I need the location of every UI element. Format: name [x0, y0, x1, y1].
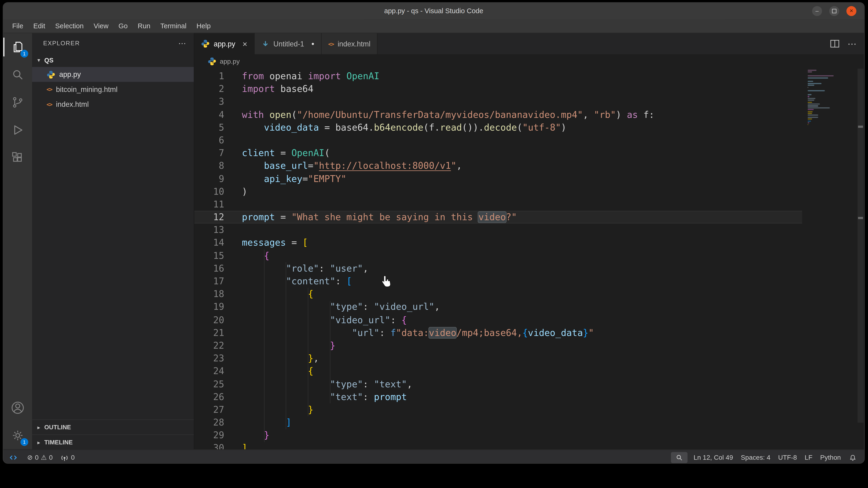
- line-number[interactable]: 15: [194, 250, 224, 262]
- code-line[interactable]: 22 }: [194, 339, 802, 352]
- line-number[interactable]: 30: [194, 442, 224, 449]
- eol-sequence[interactable]: LF: [801, 450, 816, 464]
- code-line[interactable]: 16 "role": "user",: [194, 262, 802, 275]
- code-line[interactable]: 11: [194, 198, 802, 211]
- code-area[interactable]: 1from openai import OpenAI2import base64…: [194, 69, 802, 449]
- line-number[interactable]: 9: [194, 172, 224, 185]
- encoding[interactable]: UTF-8: [774, 450, 801, 464]
- cursor-position[interactable]: Ln 12, Col 49: [690, 450, 737, 464]
- folder-section-qs[interactable]: ▾ QS: [32, 53, 194, 67]
- close-button[interactable]: ×: [846, 6, 856, 16]
- menu-help[interactable]: Help: [192, 20, 215, 31]
- file-item-app-py[interactable]: app.py: [32, 67, 194, 82]
- line-number[interactable]: 23: [194, 352, 224, 365]
- line-number[interactable]: 29: [194, 429, 224, 442]
- line-number[interactable]: 27: [194, 403, 224, 416]
- code-line[interactable]: 4with open("/home/Ubuntu/TransferData/my…: [194, 108, 802, 121]
- code-line[interactable]: 17 "content": [: [194, 275, 802, 288]
- tab-app-py[interactable]: app.py×: [194, 33, 254, 54]
- line-number[interactable]: 11: [194, 198, 224, 211]
- source-control-icon[interactable]: [3, 89, 32, 116]
- line-number[interactable]: 3: [194, 96, 224, 108]
- line-number[interactable]: 16: [194, 262, 224, 275]
- modified-dot-icon[interactable]: ●: [311, 41, 314, 46]
- problems-indicator[interactable]: ⊘ 0 ⚠ 0: [23, 450, 57, 464]
- settings-gear-icon[interactable]: 1: [3, 422, 32, 449]
- line-number[interactable]: 19: [194, 300, 224, 313]
- line-number[interactable]: 26: [194, 390, 224, 403]
- timeline-section[interactable]: ▸ TIMELINE: [32, 434, 194, 449]
- line-number[interactable]: 20: [194, 314, 224, 326]
- code-line[interactable]: 3: [194, 96, 802, 108]
- line-number[interactable]: 17: [194, 275, 224, 288]
- code-line[interactable]: 28 ]: [194, 416, 802, 429]
- line-number[interactable]: 6: [194, 134, 224, 147]
- code-line[interactable]: 21 "url": f"data:video/mp4;base64,{video…: [194, 326, 802, 339]
- language-mode[interactable]: Python: [816, 450, 845, 464]
- indentation[interactable]: Spaces: 4: [737, 450, 774, 464]
- code-line[interactable]: 15 {: [194, 250, 802, 262]
- minimize-button[interactable]: –: [812, 6, 822, 16]
- extensions-icon[interactable]: [3, 144, 32, 171]
- menu-file[interactable]: File: [8, 20, 28, 31]
- run-debug-icon[interactable]: [3, 116, 32, 144]
- line-number[interactable]: 24: [194, 365, 224, 378]
- zoom-indicator[interactable]: [671, 452, 687, 463]
- line-number[interactable]: 8: [194, 160, 224, 172]
- line-number[interactable]: 14: [194, 236, 224, 249]
- code-line[interactable]: 8 base_url="http://localhost:8000/v1",: [194, 160, 802, 172]
- code-line[interactable]: 12prompt = "What she might be saying in …: [194, 211, 802, 224]
- scrollbar-slider[interactable]: [857, 69, 864, 423]
- line-number[interactable]: 10: [194, 185, 224, 198]
- breadcrumb[interactable]: app.py: [194, 54, 864, 69]
- code-line[interactable]: 7client = OpenAI(: [194, 147, 802, 159]
- line-number[interactable]: 22: [194, 339, 224, 352]
- menu-run[interactable]: Run: [133, 20, 155, 31]
- line-number[interactable]: 21: [194, 326, 224, 339]
- outline-section[interactable]: ▸ OUTLINE: [32, 419, 194, 434]
- code-line[interactable]: 24 {: [194, 365, 802, 378]
- editor-scrollbar[interactable]: [857, 69, 864, 449]
- code-line[interactable]: 13: [194, 224, 802, 236]
- line-number[interactable]: 25: [194, 378, 224, 390]
- line-number[interactable]: 7: [194, 147, 224, 159]
- menu-go[interactable]: Go: [114, 20, 132, 31]
- line-number[interactable]: 4: [194, 108, 224, 121]
- code-line[interactable]: 1from openai import OpenAI: [194, 70, 802, 83]
- code-line[interactable]: 2import base64: [194, 83, 802, 95]
- menu-terminal[interactable]: Terminal: [156, 20, 191, 31]
- explorer-icon[interactable]: 1: [3, 33, 32, 61]
- line-number[interactable]: 2: [194, 83, 224, 95]
- line-number[interactable]: 18: [194, 288, 224, 300]
- code-line[interactable]: 10): [194, 185, 802, 198]
- split-editor-icon[interactable]: [830, 39, 840, 48]
- code-line[interactable]: 27 }: [194, 403, 802, 416]
- file-item-bitcoin-mining-html[interactable]: <>bitcoin_mining.html: [32, 82, 194, 97]
- line-number[interactable]: 5: [194, 121, 224, 134]
- menu-view[interactable]: View: [89, 20, 113, 31]
- code-line[interactable]: 6: [194, 134, 802, 147]
- code-line[interactable]: 20 "video_url": {: [194, 314, 802, 326]
- code-line[interactable]: 25 "type": "text",: [194, 378, 802, 390]
- line-number[interactable]: 28: [194, 416, 224, 429]
- code-line[interactable]: 30]: [194, 442, 802, 449]
- file-item-index-html[interactable]: <>index.html: [32, 97, 194, 112]
- maximize-button[interactable]: [829, 6, 839, 16]
- tab-index-html[interactable]: <>index.html: [321, 33, 378, 54]
- code-line[interactable]: 23 },: [194, 352, 802, 365]
- code-line[interactable]: 18 {: [194, 288, 802, 300]
- more-actions-icon[interactable]: ⋯: [847, 38, 857, 49]
- close-tab-icon[interactable]: ×: [243, 39, 247, 48]
- line-number[interactable]: 12: [194, 211, 224, 224]
- minimap[interactable]: [808, 70, 857, 126]
- code-line[interactable]: 26 "text": prompt: [194, 390, 802, 403]
- search-icon[interactable]: [3, 61, 32, 88]
- remote-indicator[interactable]: [3, 450, 23, 464]
- code-line[interactable]: 5 video_data = base64.b64encode(f.read()…: [194, 121, 802, 134]
- notifications-bell-icon[interactable]: [845, 450, 861, 464]
- line-number[interactable]: 1: [194, 70, 224, 83]
- ports-indicator[interactable]: 0: [57, 450, 79, 464]
- menu-edit[interactable]: Edit: [29, 20, 50, 31]
- code-line[interactable]: 9 api_key="EMPTY": [194, 172, 802, 185]
- code-line[interactable]: 29 }: [194, 429, 802, 442]
